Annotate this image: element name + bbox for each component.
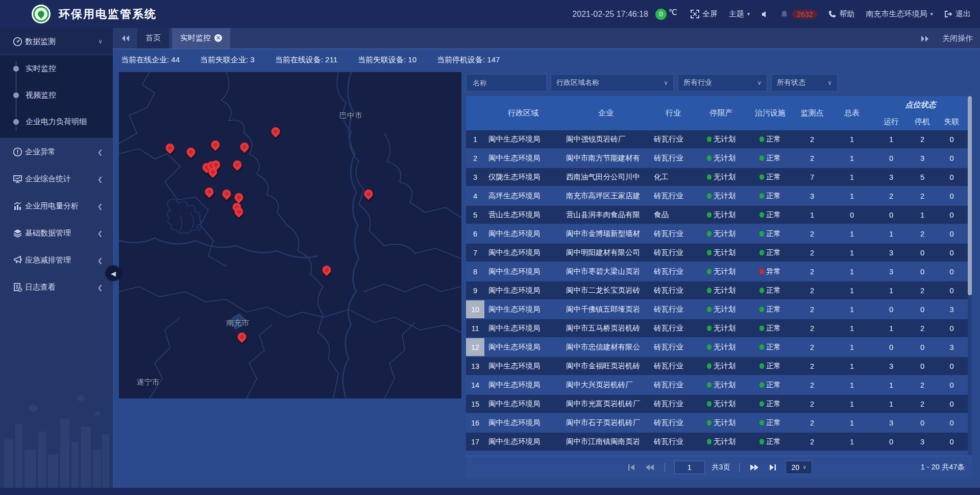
run-count-cell: 1 (874, 135, 908, 144)
page-size-select[interactable]: 20 ∨ (786, 461, 812, 474)
tab-0[interactable]: 首页 (137, 28, 169, 49)
theme-dropdown[interactable]: 主题 ▾ (729, 9, 750, 19)
table-row[interactable]: 17阆中生态环境局阆中市江南镇阆南页岩砖瓦行业无计划正常21030 (466, 433, 972, 451)
company-cell: 阆中市江南镇阆南页岩 (562, 437, 650, 446)
table-row[interactable]: 11阆中生态环境局阆中市五马桥页岩机砖砖瓦行业无计划正常21120 (466, 319, 972, 337)
industry-cell: 食品 (650, 210, 697, 220)
next-page-button[interactable] (749, 462, 760, 473)
monitor-count-cell: 2 (795, 438, 829, 446)
table-header: 行政区域企业行业停限产治污设施监测点总表点位状态运行停机失联 (466, 96, 972, 130)
table-row[interactable]: 18南部生态环境局南部县砌华水泥有限公建材行业无计划正常50050 (466, 452, 972, 456)
industry-cell: 砖瓦行业 (650, 304, 697, 314)
status-filter-select[interactable]: 所有状态 ∨ (771, 74, 838, 91)
monitor-count-cell: 2 (795, 419, 829, 427)
sidebar-collapse-handle[interactable]: ◀ (106, 266, 121, 281)
meter-count-cell: 1 (829, 343, 874, 351)
company-cell: 阆中市枣碧大梁山页岩 (562, 267, 650, 276)
sidebar-item-1[interactable]: 企业异常❮ (0, 138, 113, 166)
tab-label: 首页 (145, 33, 161, 43)
table-row[interactable]: 2阆中生态环境局阆中市南方节能建材有砖瓦行业无计划正常21030 (466, 149, 972, 167)
row-index: 1 (466, 130, 484, 148)
monitor-count-cell: 2 (795, 135, 829, 144)
bottom-strip (0, 488, 980, 495)
table-row[interactable]: 9阆中生态环境局阆中市二龙长宝页岩砖砖瓦行业无计划正常21120 (466, 281, 972, 299)
name-filter-field[interactable] (466, 74, 547, 91)
region-filter-select[interactable]: 行政区域名称 ∨ (551, 74, 674, 91)
halt-count-cell: 2 (908, 324, 937, 333)
table-row[interactable]: 3仪陇生态环境局西南油气田分公司川中化工无计划正常71350 (466, 168, 972, 186)
stop-status-cell: 无计划 (697, 361, 746, 371)
industry-cell: 化工 (650, 172, 697, 182)
table-row[interactable]: 7阆中生态环境局阆中明阳建材有限公司砖瓦行业无计划正常21300 (466, 244, 972, 262)
sidebar-item-2[interactable]: 企业综合统计❮ (0, 166, 113, 193)
prev-page-button[interactable] (644, 462, 655, 473)
sidebar-item-4[interactable]: 基础数据管理❮ (0, 220, 113, 247)
tab-1[interactable]: 实时监控✕ (172, 28, 230, 49)
row-index: 12 (466, 338, 484, 356)
table-row[interactable]: 1阆中生态环境局阆中强锐页岩砖厂砖瓦行业无计划正常21120 (466, 130, 972, 148)
speaker-icon (761, 10, 769, 18)
notifications[interactable]: 2632 (780, 10, 817, 19)
col-header-7: 总表 (829, 96, 874, 130)
sidebar-item-6[interactable]: 日志查看❮ (0, 274, 113, 301)
run-count-cell: 3 (874, 173, 908, 181)
table-row[interactable]: 8阆中生态环境局阆中市枣碧大梁山页岩砖瓦行业无计划异常21300 (466, 263, 972, 280)
mute-button[interactable] (761, 10, 769, 18)
sidebar-item-0[interactable]: 数据监测∨ (0, 28, 113, 55)
org-dropdown[interactable]: 南充市生态环境局 ▾ (866, 9, 933, 19)
tab-close-icon[interactable]: ✕ (214, 34, 222, 42)
table-row[interactable]: 15阆中生态环境局阆中市光富页岩机砖厂砖瓦行业无计划正常21120 (466, 395, 972, 413)
meter-count-cell: 1 (829, 173, 874, 181)
monitor-count-cell: 7 (795, 173, 829, 181)
tabs-scroll-left-button[interactable] (117, 28, 134, 49)
sidebar-item-5[interactable]: 应急减排管理❮ (0, 247, 113, 274)
col-header-2: 企业 (562, 96, 650, 130)
lost-count-cell: 0 (937, 192, 967, 200)
monitor-count-cell: 2 (795, 400, 829, 408)
stop-status-cell: 无计划 (697, 342, 746, 352)
sidebar-subitem-0[interactable]: 实时监控 (0, 55, 113, 82)
green-dot-icon (707, 420, 712, 426)
page-number-input[interactable] (674, 461, 705, 474)
name-filter-input[interactable] (472, 78, 541, 87)
region-cell: 营山生态环境局 (484, 210, 562, 220)
meter-count-cell: 1 (829, 135, 874, 144)
city-label: 巴中市 (339, 110, 362, 120)
table-row[interactable]: 13阆中生态环境局阆中市金福旺页岩机砖砖瓦行业无计划正常21300 (466, 357, 972, 375)
green-dot-icon (760, 439, 764, 444)
logout-button[interactable]: 退出 (944, 9, 971, 19)
table-row[interactable]: 12阆中生态环境局阆中市忠信建材有限公砖瓦行业无计划正常21003 (466, 338, 972, 356)
sidebar-subitem-1[interactable]: 视频监控 (0, 82, 113, 108)
scrollbar-thumb[interactable] (968, 96, 972, 295)
lost-count-cell: 0 (937, 438, 967, 446)
double-chevron-right-icon[interactable] (921, 35, 929, 42)
table-row[interactable]: 5营山生态环境局营山县润丰肉食品有限食品无计划正常10010 (466, 206, 972, 224)
industry-cell: 砖瓦行业 (650, 153, 697, 163)
stop-status-cell: 无计划 (697, 172, 746, 182)
table-row[interactable]: 6阆中生态环境局阆中市金博瑞新型墙材砖瓦行业无计划正常21120 (466, 225, 972, 243)
sidebar-subitem-2[interactable]: 企业电力负荷明细 (0, 108, 113, 135)
map-lines (119, 72, 461, 398)
stop-status-cell: 无计划 (697, 191, 746, 201)
table-row[interactable]: 10阆中生态环境局阆中千佛镇五郎垭页岩砖瓦行业无计划正常21003 (466, 300, 972, 318)
sidebar-item-label: 数据监测 (25, 37, 56, 46)
table-row[interactable]: 14阆中生态环境局阆中大兴页岩机砖厂砖瓦行业无计划正常21120 (466, 376, 972, 394)
help-button[interactable]: 帮助 (828, 9, 854, 19)
sidebar-submenu: 实时监控视频监控企业电力负荷明细 (0, 55, 113, 138)
table-scrollbar[interactable] (968, 96, 972, 456)
sidebar-item-3[interactable]: 企业用电量分析❮ (0, 193, 113, 220)
first-page-button[interactable] (626, 462, 637, 473)
close-operations-button[interactable]: 关闭操作 (942, 34, 973, 43)
table-row[interactable]: 4高坪生态环境局南充市高坪区王家店建砖瓦行业无计划正常31220 (466, 187, 972, 205)
last-page-button[interactable] (767, 462, 778, 473)
pagination-bar: 共3页 20 ∨ 1 - 20 共47条 (466, 456, 972, 478)
industry-filter-select[interactable]: 所有行业 ∨ (678, 74, 767, 91)
company-cell: 阆中强锐页岩砖厂 (562, 134, 650, 144)
stop-status-cell: 无计划 (697, 380, 746, 390)
table-row[interactable]: 16阆中生态环境局阆中市石子页岩机砖厂砖瓦行业无计划正常21300 (466, 414, 972, 432)
red-dot-icon (760, 269, 764, 274)
col-header-6: 监测点 (795, 96, 829, 130)
meter-count-cell: 1 (829, 324, 874, 333)
map-panel[interactable]: 巴中市南充市遂宁市 (119, 72, 461, 398)
fullscreen-button[interactable]: 全屏 (691, 9, 718, 19)
